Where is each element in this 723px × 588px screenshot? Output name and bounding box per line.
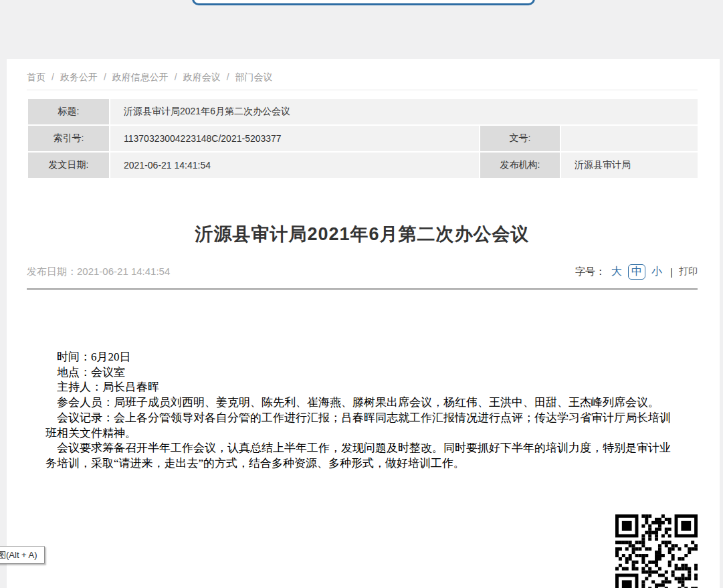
font-size-small-button[interactable]: 小 bbox=[651, 265, 662, 279]
tools-separator: | bbox=[670, 266, 673, 278]
article-paragraph: 会议记录：会上各分管领导对各自分管的工作进行汇报；吕春晖同志就工作汇报情况进行点… bbox=[45, 411, 674, 441]
breadcrumb-item[interactable]: 政府信息公开 bbox=[112, 72, 169, 82]
article-body: 时间：6月20日地点：会议室主持人：局长吕春晖参会人员：局班子成员刘西明、姜克明… bbox=[27, 350, 698, 472]
breadcrumb-item[interactable]: 部门会议 bbox=[235, 72, 273, 82]
content-card: 首页/政务公开/政府信息公开/政府会议/部门会议 标题: 沂源县审计局2021年… bbox=[7, 59, 720, 588]
font-size-large-button[interactable]: 大 bbox=[611, 265, 622, 279]
screenshot-tooltip: 截图(Alt + A) bbox=[0, 546, 45, 564]
content-inner: 首页/政务公开/政府信息公开/政府会议/部门会议 标题: 沂源县审计局2021年… bbox=[7, 70, 720, 588]
breadcrumb-item[interactable]: 政府会议 bbox=[183, 72, 221, 82]
font-size-tools: 字号： 大 中 小 | 打印 bbox=[575, 264, 698, 280]
meta-row-date: 发文日期: 2021-06-21 14:41:54 发布机构: 沂源县审计局 bbox=[27, 152, 698, 179]
breadcrumb-separator: / bbox=[104, 72, 106, 82]
article-paragraph: 参会人员：局班子成员刘西明、姜克明、陈先利、崔海燕、滕树果出席会议，杨红伟、王洪… bbox=[45, 395, 674, 411]
breadcrumb-divider bbox=[27, 90, 698, 90]
page: 首页/政务公开/政府信息公开/政府会议/部门会议 标题: 沂源县审计局2021年… bbox=[0, 0, 723, 588]
print-button[interactable]: 打印 bbox=[679, 266, 698, 278]
meta-table: 标题: 沂源县审计局2021年6月第二次办公会议 索引号: 1137032300… bbox=[27, 98, 699, 179]
meta-index-value: 11370323004223148C/2021-5203377 bbox=[110, 125, 480, 152]
publish-date: 发布日期：2021-06-21 14:41:54 bbox=[27, 266, 170, 278]
meta-date-label: 发文日期: bbox=[27, 152, 110, 179]
meta-docnum-value bbox=[560, 125, 698, 152]
meta-org-label: 发布机构: bbox=[480, 152, 560, 179]
content-divider bbox=[27, 288, 698, 290]
breadcrumb-separator: / bbox=[175, 72, 177, 82]
breadcrumb-item[interactable]: 政务公开 bbox=[60, 72, 98, 82]
qr-code bbox=[615, 514, 698, 588]
meta-row-title: 标题: 沂源县审计局2021年6月第二次办公会议 bbox=[27, 98, 698, 125]
publish-date-label: 发布日期： bbox=[27, 266, 77, 277]
article-paragraph: 地点：会议室 bbox=[45, 365, 674, 381]
article-paragraph: 会议要求筹备召开半年工作会议，认真总结上半年工作，发现问题及时整改。同时要抓好下… bbox=[45, 441, 674, 471]
font-size-medium-button[interactable]: 中 bbox=[628, 264, 645, 280]
meta-date-value: 2021-06-21 14:41:54 bbox=[110, 152, 480, 179]
search-box-remnant[interactable] bbox=[192, 0, 535, 5]
meta-title-value: 沂源县审计局2021年6月第二次办公会议 bbox=[110, 98, 698, 125]
breadcrumb-item[interactable]: 首页 bbox=[27, 72, 45, 82]
article-paragraph: 时间：6月20日 bbox=[45, 350, 674, 365]
breadcrumb-separator: / bbox=[227, 72, 229, 82]
meta-title-label: 标题: bbox=[27, 98, 110, 125]
breadcrumb-separator: / bbox=[51, 72, 54, 82]
breadcrumb: 首页/政务公开/政府信息公开/政府会议/部门会议 bbox=[27, 70, 698, 84]
article-title: 沂源县审计局2021年6月第二次办公会议 bbox=[27, 222, 698, 246]
meta-docnum-label: 文号: bbox=[480, 125, 560, 152]
meta-row-index: 索引号: 11370323004223148C/2021-5203377 文号: bbox=[27, 125, 698, 152]
publish-date-value: 2021-06-21 14:41:54 bbox=[77, 266, 170, 277]
meta-org-value: 沂源县审计局 bbox=[560, 152, 698, 179]
article-paragraph: 主持人：局长吕春晖 bbox=[45, 380, 674, 395]
meta-index-label: 索引号: bbox=[27, 125, 110, 152]
font-size-label: 字号： bbox=[575, 266, 605, 278]
publish-row: 发布日期：2021-06-21 14:41:54 字号： 大 中 小 | 打印 bbox=[27, 263, 698, 280]
